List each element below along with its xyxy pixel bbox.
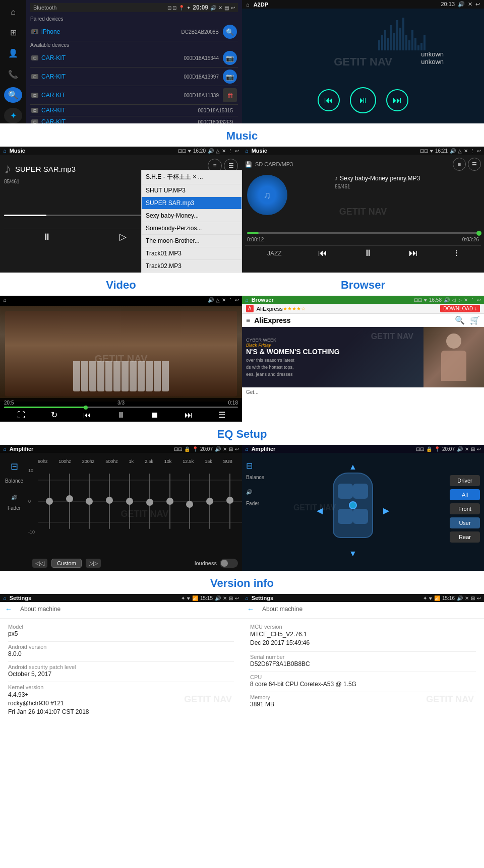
bt-device-1[interactable]: ⊡ CAR-KIT 000D18A15344 📷 [30,49,238,68]
playlist-item-2[interactable]: SUPER SAR.mp3 [142,197,241,210]
bt-device-3[interactable]: ⊡ CAR KIT 000D18A11339 🗑 [30,86,238,105]
browser-download-btn[interactable]: DOWNLOAD ↓ [440,305,480,312]
music1-forward-btn[interactable]: ▷ [119,231,127,242]
music2-home-icon[interactable]: ⌂ [245,148,249,154]
car-seat-rear-left[interactable] [338,509,353,524]
eq2-driver-btn[interactable]: Driver [450,475,480,486]
version1-menu-sq: ⊞ [229,595,233,601]
car-seat-front-right[interactable] [353,484,368,499]
playlist-item-3[interactable]: Sexy baby-Money... [142,210,241,222]
eq-slider-7[interactable] [189,466,190,537]
eq-slider-9[interactable] [229,466,230,537]
eq-thumb-2 [86,498,93,505]
browser-cart-icon[interactable]: 🛒 [470,315,480,325]
version1-nav: ← About machine [0,602,242,616]
playlist-item-7[interactable]: Track02.MP3 [142,260,241,273]
playlist-item-6[interactable]: Track01.MP3 [142,247,241,260]
sidebar-icon-search[interactable]: 🔍 [4,87,22,103]
version1-wifi: 📶 [192,595,198,601]
video-next-btn[interactable]: ⏭ [185,411,193,420]
version1-home-icon[interactable]: ⌂ [3,595,7,601]
eq2-all-btn[interactable]: All [450,489,480,500]
sidebar-icon-phone[interactable]: 📞 [4,66,22,82]
video-home-icon[interactable]: ⌂ [3,297,7,303]
eq-slider-1[interactable] [69,466,70,537]
browser-x: ✕ [464,297,468,303]
video-list-btn[interactable]: ☰ [218,410,225,420]
bt-device-2[interactable]: ⊡ CAR-KIT 000D18A13997 📷 [30,68,238,86]
bt-dev-search-1[interactable]: 📷 [223,51,237,65]
eq-slider-4[interactable] [129,466,130,537]
eq1-home-icon[interactable]: ⌂ [3,446,7,452]
eq-slider-0[interactable] [49,466,50,537]
bt-dev-search-2[interactable]: 📷 [223,70,237,84]
eq1-left-sidebar: ⊟ Balance 🔊 Fader [0,457,28,571]
music2-list-btn[interactable]: ☰ [468,158,481,171]
car-seat-front-left[interactable] [338,484,353,499]
car-seat-rear-right[interactable] [353,509,368,524]
version1-bt-icon: ✦ [181,595,185,601]
eq2-user-btn[interactable]: User [450,517,480,528]
eq2-front-btn[interactable]: Front [450,503,480,514]
eq1-custom-btn[interactable]: Custom [51,559,82,568]
music1-pause-btn[interactable]: ⏸ [42,232,51,242]
sidebar-icon-home[interactable]: ⌂ [4,4,22,20]
music1-home-icon[interactable]: ⌂ [3,148,7,154]
playlist-item-1[interactable]: SHUT UP.MP3 [142,184,241,197]
browser-search-icon[interactable]: 🔍 [455,315,465,325]
music2-prev-btn[interactable]: ⏮ [318,248,327,258]
version1-title: Settings [10,595,31,601]
version2-home-icon[interactable]: ⌂ [245,595,249,601]
music1-title: Music [10,148,25,154]
bt-search-btn[interactable]: 🔍 [223,25,237,39]
sidebar-icon-apps[interactable]: ⊞ [4,25,22,40]
bt-dev-trash-3[interactable]: 🗑 [223,88,237,102]
car-body [333,473,373,538]
music2-pause-btn[interactable]: ⏸ [364,248,373,258]
a2dp-next-btn[interactable]: ⏭ [386,89,408,111]
eq-slider-3[interactable] [109,466,110,537]
a2dp-home-icon[interactable]: ⌂ [246,2,250,8]
video-progress-bar[interactable] [4,407,238,408]
eq-slider-6[interactable] [169,466,170,537]
eq2-rear-btn[interactable]: Rear [450,531,480,543]
playlist-item-4[interactable]: Somebody-Perzios... [142,222,241,235]
car-arrow-right[interactable]: ▶ [383,506,389,515]
sidebar-icon-contact[interactable]: 👤 [4,45,22,61]
sidebar-icon-bluetooth[interactable]: ✦ [4,108,22,123]
bt-location-icon: 📍 [178,5,185,11]
eq-slider-2[interactable] [89,466,90,537]
bt-available-label: Available devices [30,41,238,49]
eq-slider-8[interactable] [209,466,210,537]
video-play-btn[interactable]: ⏸ [117,411,125,420]
music2-eq-btn[interactable]: ≡ [453,158,466,171]
eq-slider-5[interactable] [149,466,150,537]
car-arrow-up[interactable]: ▲ [349,462,357,472]
playlist-item-0[interactable]: S.H.E - 干杯土土 × ... [142,170,241,184]
bt-device-4[interactable]: ⊡ CAR-KIT 000D18A15315 [30,105,238,116]
browser-home-icon[interactable]: ⌂ [245,297,249,303]
music2-next-btn[interactable]: ⏭ [409,248,418,258]
video-fullscreen-btn[interactable]: ⛶ [17,411,25,420]
bt-paired-iphone[interactable]: 📱 iPhone DC2B2AB2008B 🔍 [30,23,238,41]
bt-device-5[interactable]: ⊡ CAR-KIT 000C180032E9 [30,116,238,123]
a2dp-play-btn[interactable]: ⏯ [350,87,376,113]
eq1-toggle-track[interactable] [220,559,238,568]
a2dp-prev-btn[interactable]: ⏮ [318,89,340,111]
playlist-item-5[interactable]: The moon-Brother... [142,235,241,247]
video-prev-btn[interactable]: ⏮ [83,411,91,420]
car-arrow-down[interactable]: ▼ [349,549,357,558]
video-stop-btn[interactable]: ⏹ [151,411,159,420]
svg-rect-0 [378,40,380,50]
eq1-next-btn[interactable]: ▷▷ [86,559,101,568]
music2-progress-bar[interactable] [247,232,479,234]
a2dp-track-info: unkown unkown [421,50,444,65]
version1-back-btn[interactable]: ← [5,605,12,613]
video-repeat-btn[interactable]: ↻ [51,410,57,420]
version2-back-btn[interactable]: ← [247,605,254,613]
music2-list-view[interactable]: ⫶ [454,248,459,258]
browser-hamburger-icon[interactable]: ≡ [246,316,250,324]
eq1-prev-btn[interactable]: ◁◁ [32,559,47,568]
eq2-home-icon[interactable]: ⌂ [245,446,249,452]
bt-dev-id-3: 000D18A11339 [184,93,219,98]
